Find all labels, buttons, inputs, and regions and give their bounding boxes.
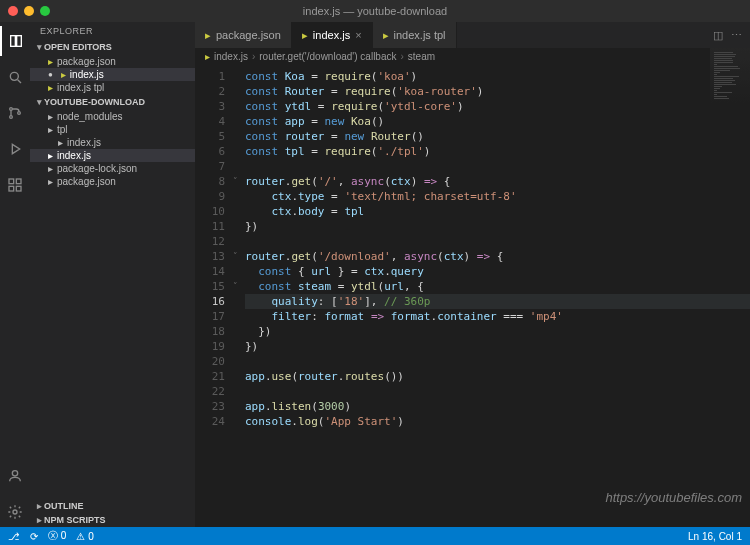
svg-point-2 [10, 72, 18, 80]
file-icon: ▸ [48, 176, 53, 187]
sync-icon[interactable]: ⟳ [30, 531, 38, 542]
chevron-down-icon: ▾ [34, 97, 44, 107]
chevron-right-icon: › [252, 51, 255, 62]
folder-item[interactable]: ▸ tpl [30, 123, 195, 136]
sidebar: EXPLORER ▾ OPEN EDITORS ▸package.json▸in… [30, 22, 195, 527]
settings-gear-icon[interactable] [0, 497, 30, 527]
outline-header[interactable]: ▸ OUTLINE [30, 499, 195, 513]
open-editor-label: index.js tpl [57, 82, 104, 93]
file-icon: ▸ [48, 163, 53, 174]
tree-item-label: node_modules [57, 111, 123, 122]
statusbar: ⎇ ⟳ ⓧ 0 ⚠ 0 Ln 16, Col 1 [0, 527, 750, 545]
svg-rect-10 [9, 186, 14, 191]
svg-rect-9 [16, 179, 21, 184]
breadcrumb-part[interactable]: router.get('/download') callback [259, 51, 396, 62]
accounts-icon[interactable] [0, 461, 30, 491]
cursor-position[interactable]: Ln 16, Col 1 [688, 531, 742, 542]
svg-rect-0 [11, 36, 16, 47]
explorer-icon[interactable] [0, 26, 30, 56]
project-header[interactable]: ▾ YOUTUBE-DOWNLOAD [30, 95, 195, 109]
maximize-window-icon[interactable] [40, 6, 50, 16]
tab[interactable]: ▸package.json [195, 22, 292, 48]
chevron-right-icon: › [400, 51, 403, 62]
tab[interactable]: ▸index.js× [292, 22, 373, 48]
folder-icon: ▸ [48, 124, 53, 135]
window-controls [8, 6, 50, 16]
js-file-icon: ▸ [302, 29, 308, 42]
svg-marker-7 [12, 144, 19, 153]
outline-label: OUTLINE [44, 501, 84, 511]
activity-bar [0, 22, 30, 527]
tab[interactable]: ▸index.js tpl [373, 22, 457, 48]
file-icon: ▸ [48, 150, 53, 161]
open-editors-header[interactable]: ▾ OPEN EDITORS [30, 40, 195, 54]
file-tree: ▸ node_modules▸ tpl▸ index.js▸ index.js▸… [30, 109, 195, 189]
fold-column[interactable]: ˅˅˅ [233, 65, 245, 527]
svg-point-5 [10, 116, 13, 119]
svg-rect-11 [16, 186, 21, 191]
line-numbers: 123456789101112131415161718192021222324 [195, 65, 233, 527]
breadcrumb[interactable]: ▸ index.js › router.get('/download') cal… [195, 48, 750, 65]
open-editors-list: ▸package.json▸index.js▸index.js tpl [30, 54, 195, 95]
file-item[interactable]: ▸ package-lock.json [30, 162, 195, 175]
project-label: YOUTUBE-DOWNLOAD [44, 97, 145, 107]
breadcrumb-part[interactable]: index.js [214, 51, 248, 62]
extensions-icon[interactable] [0, 170, 30, 200]
js-file-icon: ▸ [205, 29, 211, 42]
svg-point-13 [13, 510, 17, 514]
file-item[interactable]: ▸ package.json [30, 175, 195, 188]
tree-item-label: tpl [57, 124, 68, 135]
folder-icon: ▸ [48, 111, 53, 122]
svg-point-4 [10, 108, 13, 111]
file-icon: ▸ [58, 137, 63, 148]
warnings-count[interactable]: ⚠ 0 [76, 531, 93, 542]
svg-point-12 [12, 471, 17, 476]
errors-count[interactable]: ⓧ 0 [48, 529, 66, 543]
branch-icon[interactable]: ⎇ [8, 531, 20, 542]
sidebar-title: EXPLORER [30, 22, 195, 40]
npm-scripts-header[interactable]: ▸ NPM SCRIPTS [30, 513, 195, 527]
open-editors-label: OPEN EDITORS [44, 42, 112, 52]
chevron-down-icon: ▾ [34, 42, 44, 52]
tree-item-label: package-lock.json [57, 163, 137, 174]
more-actions-icon[interactable]: ⋯ [731, 29, 742, 42]
source-control-icon[interactable] [0, 98, 30, 128]
tab-label: package.json [216, 29, 281, 41]
split-editor-icon[interactable]: ◫ [713, 29, 723, 42]
file-item[interactable]: ▸ index.js [30, 136, 195, 149]
debug-icon[interactable] [0, 134, 30, 164]
folder-item[interactable]: ▸ node_modules [30, 110, 195, 123]
open-editor-item[interactable]: ▸index.js [30, 68, 195, 81]
svg-line-3 [18, 80, 21, 83]
open-editor-item[interactable]: ▸package.json [30, 55, 195, 68]
code-area[interactable]: const Koa = require('koa')const Router =… [245, 65, 750, 527]
file-icon: ▸ [48, 56, 53, 67]
file-icon: ▸ [48, 82, 53, 93]
npm-scripts-label: NPM SCRIPTS [44, 515, 106, 525]
minimap[interactable] [710, 48, 750, 148]
tree-item-label: index.js [67, 137, 101, 148]
titlebar: index.js — youtube-download [0, 0, 750, 22]
open-editor-label: index.js [70, 69, 104, 80]
editor-body[interactable]: 123456789101112131415161718192021222324 … [195, 65, 750, 527]
open-editor-label: package.json [57, 56, 116, 67]
search-icon[interactable] [0, 62, 30, 92]
tree-item-label: index.js [57, 150, 91, 161]
file-icon: ▸ [61, 69, 66, 80]
breadcrumb-part[interactable]: steam [408, 51, 435, 62]
js-file-icon: ▸ [383, 29, 389, 42]
minimize-window-icon[interactable] [24, 6, 34, 16]
open-editor-item[interactable]: ▸index.js tpl [30, 81, 195, 94]
svg-rect-8 [9, 179, 14, 184]
editor: ▸package.json▸index.js×▸index.js tpl ◫ ⋯… [195, 22, 750, 527]
tab-label: index.js tpl [394, 29, 446, 41]
js-file-icon: ▸ [205, 51, 210, 62]
chevron-right-icon: ▸ [34, 501, 44, 511]
tree-item-label: package.json [57, 176, 116, 187]
file-item[interactable]: ▸ index.js [30, 149, 195, 162]
close-window-icon[interactable] [8, 6, 18, 16]
tabs: ▸package.json▸index.js×▸index.js tpl ◫ ⋯ [195, 22, 750, 48]
close-icon[interactable]: × [355, 29, 361, 41]
svg-rect-1 [17, 36, 22, 47]
tab-label: index.js [313, 29, 350, 41]
